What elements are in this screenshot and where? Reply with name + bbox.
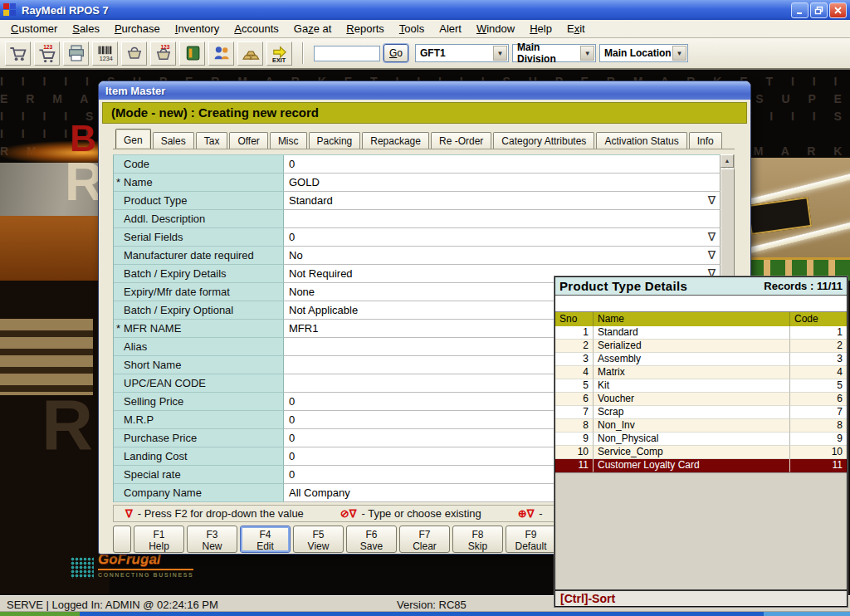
field-value-product-type[interactable]: Standard∇ <box>284 192 721 210</box>
cell-code: 3 <box>790 353 847 366</box>
menu-bar: CustomerSalesPurchaseInventoryAccountsGa… <box>0 20 850 38</box>
required-asterisk: * <box>116 176 120 188</box>
table-row[interactable]: 8Non_Inv8 <box>555 419 847 433</box>
tab-activation-status[interactable]: Activation Status <box>596 132 686 149</box>
field-value-addl-description[interactable] <box>284 210 721 228</box>
cell-code: 11 <box>790 459 847 472</box>
field-label: UPC/EAN CODE <box>114 374 284 393</box>
close-button[interactable] <box>829 2 847 18</box>
table-row[interactable]: 7Scrap7 <box>555 406 847 419</box>
sale-bill-icon[interactable]: 123 <box>34 42 60 66</box>
legend-item: ⊕∇- <box>518 507 543 520</box>
table-row[interactable]: 1Standard1 <box>555 326 847 340</box>
svg-text:1234: 1234 <box>99 55 112 62</box>
f5-view-button[interactable]: F5View <box>293 526 344 553</box>
table-row[interactable]: 4Matrix4 <box>555 366 847 379</box>
stock-gold-icon[interactable] <box>237 42 263 66</box>
dialog-titlebar[interactable]: Item Master <box>99 81 750 100</box>
menu-gaze-at[interactable]: Gaze at <box>286 21 340 37</box>
dropdown-triangle-icon[interactable]: ∇ <box>708 230 716 243</box>
scroll-up-arrow-icon[interactable]: ▲ <box>721 154 734 168</box>
tab-repackage[interactable]: Repackage <box>362 132 429 149</box>
chevron-down-icon[interactable]: ▼ <box>672 46 686 61</box>
cell-name: Service_Comp <box>594 446 790 459</box>
field-label: Landing Cost <box>114 447 284 466</box>
cell-name: Assembly <box>594 353 790 366</box>
barcode-icon[interactable]: 1234 <box>92 42 118 66</box>
cell-sno: 10 <box>555 446 594 459</box>
f3-new-button[interactable]: F3New <box>187 526 237 553</box>
cell-sno: 1 <box>555 326 594 340</box>
tab-info[interactable]: Info <box>689 132 722 149</box>
f1-help-button[interactable]: F1Help <box>134 526 184 553</box>
tab-packing[interactable]: Packing <box>309 132 361 149</box>
f8-skip-button[interactable]: F8Skip <box>452 526 503 553</box>
tab-category-attributes[interactable]: Category Attributes <box>493 132 594 149</box>
table-row[interactable]: 2Serialized2 <box>555 340 847 353</box>
chevron-down-icon[interactable]: ▼ <box>493 46 507 61</box>
division-combobox[interactable]: Main Division▼ <box>512 44 596 62</box>
f4-edit-button[interactable]: F4Edit <box>240 526 291 553</box>
purchase-cart-icon[interactable] <box>121 42 147 66</box>
dialog-title: Item Master <box>105 85 165 97</box>
tab-misc[interactable]: Misc <box>270 132 307 149</box>
dropdown-triangle-icon[interactable]: ∇ <box>708 193 716 207</box>
menu-customer[interactable]: Customer <box>3 21 65 37</box>
legend-item: ⊘∇- Type or choose existing <box>340 507 481 520</box>
company-combobox[interactable]: GFT1▼ <box>415 44 509 62</box>
menu-alert[interactable]: Alert <box>432 21 469 37</box>
table-row[interactable]: 6Voucher6 <box>555 393 847 406</box>
menu-inventory[interactable]: Inventory <box>168 21 227 37</box>
popup-filter-row[interactable] <box>555 296 847 312</box>
f6-save-button[interactable]: F6Save <box>346 526 397 553</box>
cell-code: 8 <box>790 419 847 433</box>
menu-tools[interactable]: Tools <box>392 21 432 37</box>
dropdown-triangle-icon[interactable]: ∇ <box>708 248 716 262</box>
toolbar-separator <box>302 42 304 64</box>
table-row-selected[interactable]: 11Customer Loyalty Card11 <box>555 459 847 472</box>
cell-sno: 3 <box>555 353 594 366</box>
tab-sales[interactable]: Sales <box>153 132 194 149</box>
legend-text: - Press F2 for drop-down the value <box>138 507 304 520</box>
field-value-name[interactable]: GOLD <box>284 174 721 192</box>
sale-cart-icon[interactable] <box>5 42 31 66</box>
table-row[interactable]: 10Service_Comp10 <box>555 446 847 459</box>
restore-button[interactable] <box>810 2 828 18</box>
print-icon[interactable] <box>63 42 89 66</box>
tab-tax[interactable]: Tax <box>196 132 228 149</box>
menu-help[interactable]: Help <box>522 21 559 37</box>
purchase-bill-icon[interactable]: 123 <box>150 42 176 66</box>
quick-search-input[interactable] <box>314 46 380 61</box>
f9-default-button[interactable]: F9Default <box>506 526 556 553</box>
table-row[interactable]: 5Kit5 <box>555 379 847 393</box>
scrollbar-thumb[interactable] <box>721 169 735 276</box>
menu-sales[interactable]: Sales <box>65 21 107 37</box>
table-row[interactable]: 9Non_Physical9 <box>555 433 847 446</box>
tab-offer[interactable]: Offer <box>229 132 267 149</box>
field-value-manufacturer-date-required[interactable]: No∇ <box>284 247 721 265</box>
cell-name: Standard <box>594 326 790 340</box>
cell-name: Non_Inv <box>594 419 790 433</box>
go-button[interactable]: Go <box>383 44 408 62</box>
location-combobox[interactable]: Main Location▼ <box>599 44 688 62</box>
field-label: Code <box>114 155 284 174</box>
menu-exit[interactable]: Exit <box>559 21 593 37</box>
menu-accounts[interactable]: Accounts <box>227 21 286 37</box>
chevron-down-icon[interactable]: ▼ <box>580 46 594 61</box>
tab-gen[interactable]: Gen <box>115 129 151 149</box>
tab-re-order[interactable]: Re -Order <box>431 132 491 149</box>
exit-icon[interactable]: EXIT <box>266 42 292 66</box>
field-value-serial-fields[interactable]: 0∇ <box>284 228 721 247</box>
menu-reports[interactable]: Reports <box>339 21 392 37</box>
logo-tagline: CONNECTING BUSINESS <box>98 569 193 578</box>
field-value-code[interactable]: 0 <box>284 155 721 174</box>
minimize-button[interactable] <box>791 2 808 18</box>
accounts-book-icon[interactable] <box>179 42 205 66</box>
menu-window[interactable]: Window <box>469 21 522 37</box>
menu-purchase[interactable]: Purchase <box>107 21 168 37</box>
blank-button[interactable] <box>113 526 131 553</box>
f7-clear-button[interactable]: F7Clear <box>399 526 450 553</box>
table-row[interactable]: 3Assembly3 <box>555 353 847 366</box>
customers-icon[interactable] <box>208 42 234 66</box>
cell-name: Scrap <box>594 406 790 419</box>
